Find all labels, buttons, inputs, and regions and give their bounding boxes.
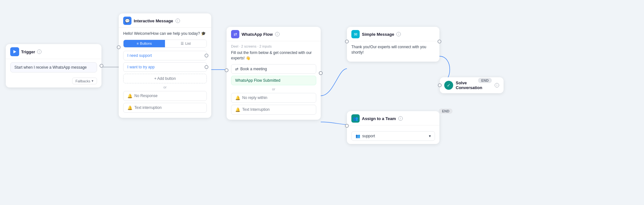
team-icon: 👥: [356, 134, 360, 138]
play-icon: [10, 47, 19, 56]
book-meeting-btn[interactable]: ⇄ Book a meeting: [231, 64, 316, 74]
interactive-message-text: Hello! Welcome!How can we help you today…: [123, 31, 207, 36]
add-button-item[interactable]: + Add button: [123, 74, 207, 83]
try-app-connector: [205, 65, 208, 69]
assign-node-body: 👥 support ▾: [347, 125, 439, 144]
text-interruption-item: 🔔 Text interruption: [123, 103, 207, 113]
tab-buttons[interactable]: ≡ Buttons: [124, 40, 165, 47]
trigger-footer: Fallbacks ▾: [6, 76, 101, 87]
no-response-item: 🔔 No Response: [123, 91, 207, 101]
assign-info-icon[interactable]: i: [398, 116, 403, 121]
need-support-connector: [205, 54, 208, 57]
connections-layer: [0, 0, 644, 205]
whatsapp-flow-title: WhatsApp Flow: [242, 32, 273, 37]
solve-conversation-node: ✓ Solve Conversation i: [440, 77, 504, 93]
book-icon: ⇄: [235, 67, 238, 71]
simple-message-text: Thank you!Our experts will connect with …: [351, 44, 435, 55]
no-reply-connector: [319, 71, 323, 75]
interactive-node-header: 💬 Interactive Message i: [119, 13, 211, 28]
assign-team-icon: 👥: [351, 114, 360, 123]
simple-message-node: ✉ Simple Message i Thank you!Our experts…: [347, 27, 439, 62]
whatsapp-flow-icon: ⇄: [231, 30, 239, 38]
trigger-header: Trigger i: [6, 44, 101, 59]
end-badge-assign: END: [439, 109, 453, 114]
assign-node-header: 👥 Assign to a Team i: [347, 111, 439, 125]
flow-subtitle: Deel · 2 screens · 2 inputs: [231, 44, 316, 48]
trigger-step: Start when I receive a WhatsApp message: [10, 62, 97, 72]
choice-try-app[interactable]: I want to try app: [123, 62, 207, 72]
tab-list[interactable]: ☰ List: [165, 40, 206, 47]
interactive-node-title: Interactive Message: [134, 19, 173, 23]
interactive-info-icon[interactable]: i: [176, 19, 180, 23]
fallbacks-button[interactable]: Fallbacks ▾: [72, 78, 97, 84]
or-divider-2: or: [231, 87, 316, 91]
whatsapp-flow-node: ⇄ WhatsApp Flow i Deel · 2 screens · 2 i…: [227, 27, 321, 120]
bell-icon-4: 🔔: [235, 107, 240, 112]
end-badge-solve: END: [478, 78, 492, 83]
text-interruption-2-item: 🔔 Text Interruption: [231, 105, 316, 115]
trigger-info-icon[interactable]: i: [37, 49, 41, 54]
simple-message-icon: ✉: [351, 30, 360, 38]
assign-team-node: 👥 Assign to a Team i 👥 support ▾: [347, 111, 439, 144]
bell-icon-2: 🔔: [127, 105, 132, 110]
solve-icon: ✓: [444, 81, 453, 90]
simple-info-icon[interactable]: i: [396, 32, 401, 36]
simple-right-connector: [438, 40, 441, 43]
simple-left-connector: [345, 40, 349, 43]
whatsapp-flow-left-connector: [225, 68, 228, 72]
svg-marker-0: [13, 50, 16, 53]
trigger-body: Start when I receive a WhatsApp message: [6, 59, 101, 76]
simple-node-body: Thank you!Our experts will connect with …: [347, 41, 439, 62]
interactive-left-connector: [117, 45, 121, 49]
solve-left-connector: [438, 83, 442, 87]
flow-submitted-item: WhatsApp Flow Submitted: [231, 76, 316, 85]
trigger-right-connector: [100, 64, 103, 68]
flow-desc: Fill out the form below & get connected …: [231, 50, 316, 61]
or-divider-1: or: [123, 85, 207, 89]
team-select[interactable]: 👥 support ▾: [351, 131, 435, 141]
whatsapp-flow-info-icon[interactable]: i: [275, 32, 280, 36]
bell-icon-3: 🔔: [235, 95, 240, 100]
workflow-canvas: Trigger i Start when I receive a WhatsAp…: [0, 0, 644, 205]
whatsapp-flow-header: ⇄ WhatsApp Flow i: [227, 27, 321, 41]
chevron-down-icon: ▾: [429, 134, 431, 138]
assign-left-connector: [345, 124, 349, 128]
assign-node-title: Assign to a Team: [362, 116, 396, 121]
whatsapp-flow-body: Deel · 2 screens · 2 inputs Fill out the…: [227, 41, 321, 120]
trigger-node: Trigger i Start when I receive a WhatsAp…: [6, 44, 101, 87]
tab-bar: ≡ Buttons ☰ List: [123, 40, 207, 48]
trigger-title: Trigger: [21, 49, 35, 54]
no-reply-item: 🔔 No reply within: [231, 93, 316, 103]
choice-need-support[interactable]: I need support: [123, 51, 207, 60]
simple-node-header: ✉ Simple Message i: [347, 27, 439, 41]
interactive-node-body: Hello! Welcome!How can we help you today…: [119, 28, 211, 118]
interactive-message-node: 💬 Interactive Message i Hello! Welcome!H…: [119, 13, 211, 118]
interactive-message-icon: 💬: [123, 17, 131, 25]
simple-node-title: Simple Message: [362, 32, 394, 37]
bell-icon-1: 🔔: [127, 94, 132, 98]
solve-info-icon[interactable]: i: [495, 83, 499, 87]
